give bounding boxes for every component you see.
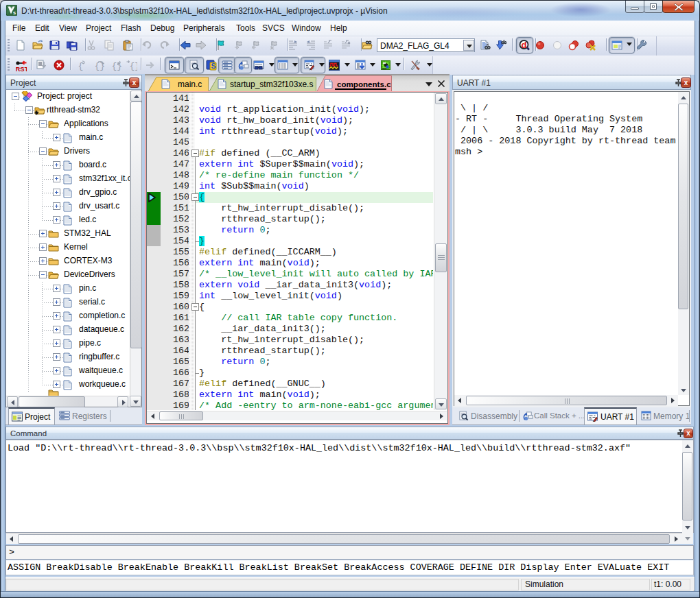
svg-text:d: d: [522, 40, 527, 50]
svg-text:{ }: { }: [78, 61, 89, 71]
svg-text:{}: {}: [95, 61, 106, 71]
svg-text:S: S: [211, 62, 216, 70]
svg-text:{}: {}: [130, 61, 138, 71]
svg-text:RST: RST: [16, 65, 27, 72]
svg-text:s: s: [13, 10, 16, 16]
